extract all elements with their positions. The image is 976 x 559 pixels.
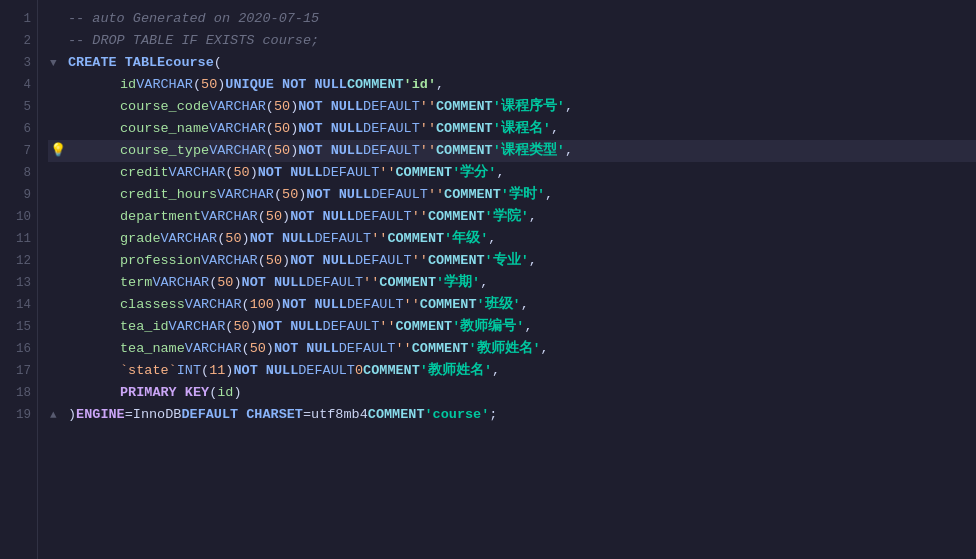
code-line-18: PRIMARY KEY (id) (48, 382, 976, 404)
token-fn: id (217, 382, 233, 404)
token-pu: , (529, 206, 537, 228)
token-fn: department (120, 206, 201, 228)
token-kw: CREATE TABLE (68, 52, 165, 74)
token-nk: NOT NULL (298, 96, 363, 118)
token-nu: 50 (225, 228, 241, 250)
code-line-12: profession VARCHAR (50) NOT NULL DEFAULT… (48, 250, 976, 272)
token-df: DEFAULT (323, 316, 380, 338)
token-df: DEFAULT (339, 338, 396, 360)
token-em: '' (420, 96, 436, 118)
bulb-icon[interactable]: 💡 (50, 140, 66, 162)
token-pu: ) (282, 250, 290, 272)
token-cm: -- DROP TABLE IF EXISTS course; (68, 30, 319, 52)
code-line-7: 💡course_type VARCHAR (50) NOT NULL DEFAU… (48, 140, 976, 162)
token-cm-kw: COMMENT (428, 250, 485, 272)
token-fn: classess (120, 294, 185, 316)
code-line-3: ▼CREATE TABLE course( (48, 52, 976, 74)
token-ch-str: '学时' (501, 184, 545, 206)
token-pk: PRIMARY KEY (120, 382, 209, 404)
code-line-17: `state` INT (11) NOT NULL DEFAULT 0 COMM… (48, 360, 976, 382)
code-line-4: id VARCHAR (50) UNIQUE NOT NULL COMMENT … (48, 74, 976, 96)
token-em: '' (371, 228, 387, 250)
token-ch-str: '课程类型' (493, 140, 565, 162)
token-cm-kw: COMMENT (436, 140, 493, 162)
token-nk: NOT NULL (233, 360, 298, 382)
code-editor: 12345678910111213141516171819 -- auto Ge… (0, 0, 976, 559)
token-pu: ) (250, 316, 258, 338)
token-nu: 50 (274, 140, 290, 162)
token-pu: ) (290, 140, 298, 162)
token-pu: ( (266, 140, 274, 162)
token-nu: 50 (233, 162, 249, 184)
token-pu: , (565, 140, 573, 162)
fold-icon[interactable]: ▼ (50, 52, 57, 74)
token-ty: VARCHAR (209, 118, 266, 140)
token-pu: ( (258, 206, 266, 228)
token-ch-str: '教师姓名' (468, 338, 540, 360)
token-nk: NOT NULL (298, 118, 363, 140)
token-nk: NOT NULL (298, 140, 363, 162)
line-number-12: 12 (9, 250, 31, 272)
code-line-10: department VARCHAR (50) NOT NULL DEFAULT… (48, 206, 976, 228)
token-df: DEFAULT (371, 184, 428, 206)
token-pu: , (529, 250, 537, 272)
token-ty: VARCHAR (209, 96, 266, 118)
line-number-2: 2 (9, 30, 31, 52)
token-ch-str: '课程序号' (493, 96, 565, 118)
token-ty: VARCHAR (185, 294, 242, 316)
line-number-11: 11 (9, 228, 31, 250)
line-number-19: 19 (9, 404, 31, 426)
code-line-19: ▲)ENGINE=InnoDB DEFAULT CHARSET=utf8mb4 … (48, 404, 976, 426)
token-nu: 50 (233, 316, 249, 338)
token-cm-kw: COMMENT (395, 162, 452, 184)
line-number-15: 15 (9, 316, 31, 338)
line-number-8: 8 (9, 162, 31, 184)
token-pu: ) (298, 184, 306, 206)
token-ty: VARCHAR (201, 250, 258, 272)
token-fn: course_code (120, 96, 209, 118)
token-nu: 50 (274, 118, 290, 140)
token-cm-kw: COMMENT (363, 360, 420, 382)
code-line-9: credit_hours VARCHAR (50) NOT NULL DEFAU… (48, 184, 976, 206)
code-line-13: term VARCHAR (50) NOT NULL DEFAULT '' CO… (48, 272, 976, 294)
token-pu: ( (266, 118, 274, 140)
token-pu: , (565, 96, 573, 118)
token-pu: ) (217, 74, 225, 96)
token-nu: 50 (266, 206, 282, 228)
token-ty: INT (177, 360, 201, 382)
code-line-8: credit VARCHAR (50) NOT NULL DEFAULT '' … (48, 162, 976, 184)
token-ty: VARCHAR (185, 338, 242, 360)
token-fn: term (120, 272, 152, 294)
token-ty: VARCHAR (136, 74, 193, 96)
token-em: '' (404, 294, 420, 316)
token-pu: ) (233, 382, 241, 404)
token-em: '' (412, 250, 428, 272)
token-cm-kw: COMMENT (347, 74, 404, 96)
token-ty: VARCHAR (201, 206, 258, 228)
token-pu: ( (242, 338, 250, 360)
token-em: '' (379, 316, 395, 338)
token-ch-str: '专业' (485, 250, 529, 272)
token-pu: , (488, 228, 496, 250)
token-em: '' (363, 272, 379, 294)
token-em: '' (420, 140, 436, 162)
token-fn: course_type (120, 140, 209, 162)
token-fn: course_name (120, 118, 209, 140)
token-em: '' (412, 206, 428, 228)
token-cm-kw: COMMENT (436, 96, 493, 118)
token-ty: VARCHAR (169, 316, 226, 338)
token-pu: ) (250, 162, 258, 184)
token-pu: ( (225, 316, 233, 338)
token-nk: NOT NULL (306, 184, 371, 206)
token-fn: tea_name (120, 338, 185, 360)
code-line-2: -- DROP TABLE IF EXISTS course; (48, 30, 976, 52)
token-ty: VARCHAR (217, 184, 274, 206)
token-pu: ; (489, 404, 497, 426)
token-cm-kw: COMMENT (428, 206, 485, 228)
line-number-9: 9 (9, 184, 31, 206)
fold-icon[interactable]: ▲ (50, 404, 57, 426)
token-nk: UNIQUE NOT NULL (225, 74, 347, 96)
token-df: DEFAULT (363, 140, 420, 162)
token-df: DEFAULT (363, 118, 420, 140)
token-nk: NOT NULL (250, 228, 315, 250)
